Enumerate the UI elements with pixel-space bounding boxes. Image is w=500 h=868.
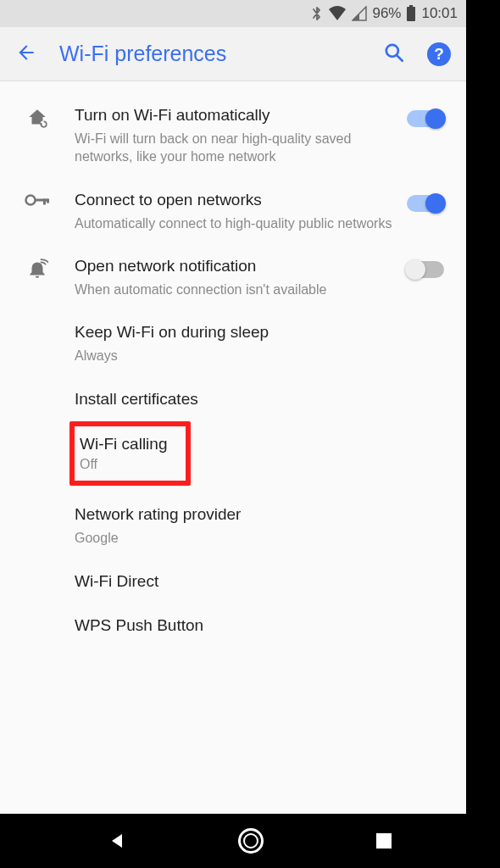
nav-back-button[interactable]: [107, 831, 127, 851]
row-subtitle: Automatically connect to high-quality pu…: [75, 214, 393, 233]
svg-line-3: [397, 55, 403, 61]
row-keep-wifi-sleep[interactable]: Keep Wi-Fi on during sleep Always: [0, 310, 466, 376]
row-auto-wifi[interactable]: Turn on Wi-Fi automatically Wi-Fi will t…: [0, 93, 466, 178]
row-title: Wi-Fi calling: [80, 435, 167, 453]
row-title: WPS Push Button: [75, 615, 444, 637]
row-title: Network rating provider: [75, 504, 444, 526]
svg-rect-1: [409, 5, 413, 7]
row-wifi-calling[interactable]: Wi-Fi calling Off: [80, 435, 167, 472]
phone-frame: 96% 10:01 Wi-Fi preferences ? Turn on Wi…: [0, 0, 466, 814]
clock: 10:01: [421, 5, 458, 22]
switch-open-notification[interactable]: [407, 261, 444, 278]
row-connect-open[interactable]: Connect to open networks Automatically c…: [0, 178, 466, 244]
home-icon: [26, 107, 48, 132]
status-bar: 96% 10:01: [0, 0, 466, 27]
search-button[interactable]: [383, 42, 405, 67]
row-title: Keep Wi-Fi on during sleep: [75, 322, 444, 343]
settings-list: Turn on Wi-Fi automatically Wi-Fi will t…: [0, 81, 466, 648]
svg-rect-8: [47, 198, 49, 203]
row-wifi-direct[interactable]: Wi-Fi Direct: [0, 559, 466, 604]
switch-connect-open[interactable]: [407, 195, 444, 212]
nav-bar: [0, 814, 500, 868]
wifi-icon: [328, 6, 347, 21]
cell-signal-icon: [352, 6, 367, 21]
row-open-notification[interactable]: Open network notification When automatic…: [0, 244, 466, 310]
highlight-wifi-calling: Wi-Fi calling Off: [69, 421, 191, 486]
row-subtitle: Off: [80, 457, 167, 472]
phone-bezel-right: [466, 0, 500, 868]
row-title: Open network notification: [75, 256, 393, 277]
svg-rect-7: [43, 198, 46, 204]
nav-recents-button[interactable]: [375, 832, 393, 850]
row-subtitle: Google: [75, 529, 444, 548]
help-button[interactable]: ?: [427, 42, 451, 66]
page-title: Wi-Fi preferences: [59, 42, 361, 66]
row-wps-push[interactable]: WPS Push Button: [0, 604, 466, 648]
nav-home-button[interactable]: [238, 828, 264, 854]
key-icon: [25, 192, 50, 212]
row-network-rating[interactable]: Network rating provider Google: [0, 486, 466, 559]
svg-rect-6: [35, 198, 48, 201]
row-title: Connect to open networks: [75, 190, 393, 211]
switch-auto-wifi[interactable]: [407, 110, 444, 127]
svg-point-5: [26, 195, 36, 204]
bell-wifi-icon: [26, 258, 48, 283]
svg-rect-9: [376, 833, 392, 849]
app-bar: Wi-Fi preferences ?: [0, 27, 466, 81]
row-subtitle: Always: [75, 347, 444, 365]
battery-icon: [406, 5, 416, 22]
row-subtitle: When automatic connection isn't availabl…: [75, 281, 393, 299]
row-subtitle: Wi-Fi will turn back on near high-qualit…: [75, 130, 393, 166]
row-title: Wi-Fi Direct: [75, 571, 444, 593]
row-install-certificates[interactable]: Install certificates: [0, 377, 466, 422]
row-title: Install certificates: [75, 389, 444, 410]
row-title: Turn on Wi-Fi automatically: [75, 105, 393, 126]
battery-percentage: 96%: [372, 5, 401, 22]
bluetooth-icon: [311, 5, 323, 22]
svg-rect-0: [407, 7, 415, 21]
back-button[interactable]: [15, 42, 37, 67]
